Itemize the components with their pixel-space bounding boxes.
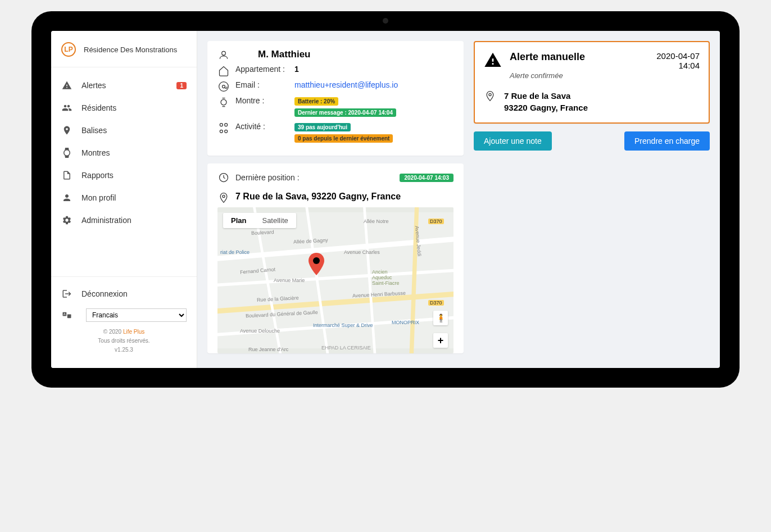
- map-marker: [308, 253, 325, 278]
- position-label: Dernière position :: [235, 173, 300, 182]
- map-pegman[interactable]: 🧍: [433, 311, 448, 325]
- svg-point-8: [223, 195, 225, 197]
- email-icon: [217, 80, 230, 93]
- position-address: 7 Rue de la Sava, 93220 Gagny, France: [235, 192, 453, 202]
- watch-icon-small: [217, 96, 230, 108]
- svg-point-11: [489, 93, 491, 96]
- logout-button[interactable]: Déconnexion: [61, 284, 187, 304]
- language-row: A Francais: [61, 308, 187, 322]
- pin-icon: [217, 192, 230, 204]
- action-buttons: Ajouter une note Prendre en charge: [474, 131, 710, 151]
- nav-item-admin[interactable]: Administration: [51, 209, 197, 231]
- resident-name: M. Matthieu: [258, 49, 311, 60]
- activity-icon: [217, 122, 230, 134]
- nav-list: Alertes 1 Résidents Balises Montres: [51, 67, 197, 276]
- map-tab-satellite[interactable]: Satellite: [254, 213, 296, 228]
- email-value[interactable]: matthieu+resident@lifeplus.io: [294, 80, 453, 89]
- activity-label: Activité :: [235, 122, 289, 131]
- alert-status: Alerte confirmée: [510, 71, 700, 80]
- watch-icon: [61, 147, 72, 158]
- logo-icon: LP: [61, 42, 76, 57]
- map-zoom-in[interactable]: +: [433, 333, 448, 348]
- person-icon: [61, 192, 72, 203]
- apartment-label: Appartement :: [235, 65, 289, 74]
- nav-label: Montres: [81, 148, 110, 157]
- nav-label: Administration: [81, 216, 131, 225]
- people-icon: [61, 102, 72, 113]
- svg-rect-1: [67, 315, 71, 319]
- sidebar: LP Résidence Des Monstrations Alertes 1 …: [51, 31, 197, 368]
- user-icon: [217, 49, 230, 61]
- language-icon: A: [61, 310, 72, 321]
- add-note-button[interactable]: Ajouter une note: [474, 131, 552, 151]
- sidebar-header: LP Résidence Des Monstrations: [51, 38, 197, 67]
- app-screen: LP Résidence Des Monstrations Alertes 1 …: [51, 31, 720, 368]
- svg-point-6: [221, 99, 226, 105]
- left-column: M. Matthieu Appartement : 1 Email : matt…: [207, 41, 464, 358]
- svg-point-10: [313, 257, 320, 264]
- steps-since-pill: 0 pas depuis le dernier événement: [294, 134, 393, 143]
- alert-title: Alerte manuelle: [510, 51, 585, 63]
- lastmsg-pill: Dernier message : 2020-04-07 14:04: [294, 108, 396, 117]
- nav-item-balises[interactable]: Balises: [51, 119, 197, 142]
- camera-dot: [383, 18, 388, 24]
- nav-label: Alertes: [81, 81, 106, 90]
- logout-label: Déconnexion: [81, 289, 128, 298]
- battery-pill: Batterie : 20%: [294, 97, 338, 106]
- nav-label: Résidents: [81, 103, 116, 112]
- map-tab-plan[interactable]: Plan: [223, 213, 254, 228]
- right-column: Alerte manuelle 2020-04-07 14:04 Alerte …: [474, 41, 710, 358]
- alert-address: 7 Rue de la Sava 93220 Gagny, France: [504, 90, 588, 113]
- location-icon: [61, 125, 72, 136]
- nav-label: Mon profil: [81, 193, 116, 202]
- nav-label: Balises: [81, 126, 107, 135]
- steps-today-pill: 39 pas aujourd'hui: [294, 123, 351, 131]
- nav-item-alertes[interactable]: Alertes 1: [51, 74, 197, 97]
- report-icon: [61, 170, 72, 181]
- apartment-value: 1: [294, 65, 453, 74]
- nav-item-rapports[interactable]: Rapports: [51, 164, 197, 187]
- nav-item-residents[interactable]: Résidents: [51, 97, 197, 119]
- copyright: © 2020 Life Plus Tous droits réservés. v…: [61, 328, 187, 354]
- position-card: Dernière position : 2020-04-07 14:03 7 R…: [207, 163, 464, 353]
- map[interactable]: Boulevard Allée de Gagny Allée Notre Ave…: [217, 207, 453, 353]
- logout-icon: [61, 288, 72, 299]
- activity-pills: 39 pas aujourd'hui 0 pas depuis le derni…: [294, 122, 453, 144]
- nav-item-montres[interactable]: Montres: [51, 142, 197, 164]
- svg-point-3: [222, 51, 226, 55]
- monitor-frame: LP Résidence Des Monstrations Alertes 1 …: [31, 11, 740, 388]
- position-timestamp: 2020-04-07 14:03: [400, 174, 453, 182]
- alert-datetime: 2020-04-07 14:04: [656, 51, 700, 70]
- clock-icon: [217, 171, 230, 184]
- sidebar-footer: Déconnexion A Francais © 2020 Life Plus …: [51, 276, 197, 361]
- svg-text:A: A: [64, 312, 66, 316]
- pin-icon: [484, 90, 496, 102]
- map-tabs: Plan Satellite: [223, 213, 296, 228]
- email-label: Email :: [235, 80, 289, 89]
- nav-item-profil[interactable]: Mon profil: [51, 187, 197, 209]
- take-charge-button[interactable]: Prendre en charge: [624, 131, 710, 151]
- alert-icon: [61, 80, 72, 91]
- home-icon: [217, 65, 230, 77]
- main-content: M. Matthieu Appartement : 1 Email : matt…: [197, 31, 720, 368]
- nav-label: Rapports: [81, 171, 114, 180]
- watch-label: Montre :: [235, 96, 289, 105]
- language-select[interactable]: Francais: [86, 308, 187, 322]
- residence-title: Résidence Des Monstrations: [84, 46, 177, 54]
- svg-point-5: [223, 85, 225, 88]
- watch-pills: Batterie : 20% Dernier message : 2020-04…: [294, 96, 453, 119]
- resident-card: M. Matthieu Appartement : 1 Email : matt…: [207, 41, 464, 156]
- warning-icon: [484, 51, 502, 69]
- alert-badge: 1: [176, 82, 187, 89]
- gear-icon: [61, 215, 72, 226]
- alert-card: Alerte manuelle 2020-04-07 14:04 Alerte …: [474, 41, 710, 124]
